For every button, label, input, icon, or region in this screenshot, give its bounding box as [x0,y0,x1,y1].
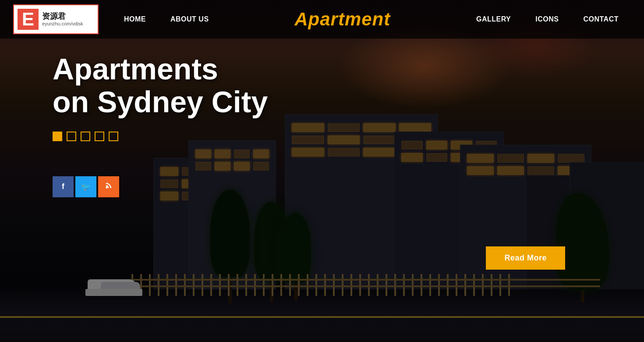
slider-dot-4[interactable] [95,132,104,141]
nav-item-gallery[interactable]: GALLERY [464,15,523,23]
slider-dot-5[interactable] [109,132,118,141]
rss-icon [105,182,113,192]
rss-button[interactable] [98,176,119,197]
slider-dot-1[interactable] [53,132,62,141]
hero-headline-line1: Apartments [53,52,218,86]
logo-text: 资源君 eyunzhu.com/vdisk [42,12,83,27]
facebook-button[interactable]: f [53,176,74,197]
nav-item-icons[interactable]: ICONS [523,15,571,23]
read-more-button[interactable]: Read More [486,246,565,270]
social-icons: f 🐦 [53,176,268,197]
nav-center: Apartment [221,9,464,30]
nav-left: HOME ABOUT US [112,15,221,23]
slider-dots [53,132,268,141]
hero-headline-line2: on Sydney City [53,85,268,118]
nav-right: GALLERY ICONS CONTACT [464,15,631,23]
hero-headline: Apartments on Sydney City [53,53,268,118]
logo-letter: E [18,9,39,30]
hero-content: Apartments on Sydney City f 🐦 [53,53,268,197]
nav-item-home[interactable]: HOME [112,15,158,23]
slider-dot-2[interactable] [67,132,76,141]
logo-url: eyunzhu.com/vdisk [42,21,83,27]
navbar: E 资源君 eyunzhu.com/vdisk HOME ABOUT US Ap… [0,0,644,39]
nav-item-contact[interactable]: CONTACT [571,15,631,23]
svg-point-0 [106,186,108,189]
twitter-button[interactable]: 🐦 [75,176,96,197]
logo-chinese: 资源君 [42,12,83,21]
slider-dot-3[interactable] [81,132,90,141]
hero-section: E 资源君 eyunzhu.com/vdisk HOME ABOUT US Ap… [0,0,644,342]
facebook-icon: f [62,182,64,191]
nav-logo[interactable]: E 资源君 eyunzhu.com/vdisk [13,4,99,34]
nav-item-about[interactable]: ABOUT US [158,15,221,23]
twitter-icon: 🐦 [81,182,91,192]
nav-title: Apartment [294,9,390,30]
